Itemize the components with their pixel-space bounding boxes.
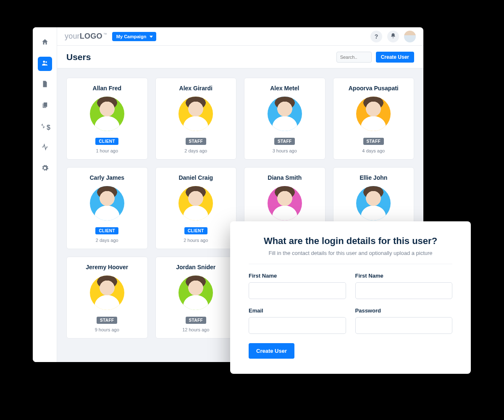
notifications-button[interactable] <box>387 31 399 42</box>
nav-settings[interactable] <box>38 162 52 176</box>
brand-logo: yourLOGO™ <box>65 32 107 41</box>
search-input[interactable] <box>336 52 372 63</box>
role-badge: STAFF <box>186 138 206 145</box>
user-card[interactable]: Alex MetelSTAFF3 hours ago <box>244 78 326 160</box>
user-name: Ellie John <box>337 174 411 181</box>
user-card[interactable]: Jordan SniderSTAFF12 hours ago <box>155 257 237 339</box>
user-card[interactable]: Carly JamesCLIENT2 days ago <box>66 167 148 249</box>
help-button[interactable]: ? <box>370 31 382 42</box>
last-seen: 3 hours ago <box>248 148 322 153</box>
gear-icon <box>41 164 49 173</box>
nav-users[interactable] <box>38 57 52 71</box>
modal-subtitle: Fill in the contact details for this use… <box>249 250 452 264</box>
last-seen: 2 hours ago <box>159 238 233 243</box>
user-name: Alex Metel <box>248 85 322 92</box>
last-seen: 9 hours ago <box>70 327 144 332</box>
role-badge: STAFF <box>97 317 117 324</box>
user-name: Jordan Snider <box>159 264 233 270</box>
user-avatar <box>90 186 124 220</box>
role-badge: CLIENT <box>95 227 118 234</box>
user-card[interactable]: Alex GirardiSTAFF2 days ago <box>155 78 237 160</box>
nav-billing[interactable]: $ <box>38 120 52 134</box>
nav-files[interactable] <box>38 99 52 113</box>
user-avatar <box>178 276 213 310</box>
copy-icon <box>41 101 49 110</box>
first-name-input-a[interactable] <box>249 282 346 299</box>
last-seen: 4 days ago <box>337 148 411 153</box>
page-title: Users <box>66 52 91 62</box>
file-chart-icon <box>41 80 49 89</box>
user-card[interactable]: Jeremy HooverSTAFF9 hours ago <box>66 257 148 339</box>
users-icon <box>41 59 49 68</box>
modal-create-user-button[interactable]: Create User <box>249 343 294 359</box>
user-avatar <box>90 276 124 310</box>
page-header: Users Create User <box>57 46 423 68</box>
modal-title: What are the login details for this user… <box>249 236 452 247</box>
user-name: Apoorva Pusapati <box>337 85 411 92</box>
last-seen: 1 hour ago <box>70 148 144 153</box>
activity-icon <box>41 143 49 152</box>
last-seen: 2 days ago <box>159 148 233 153</box>
topbar: yourLOGO™ My Campaign ? <box>57 27 423 46</box>
user-name: Allan Fred <box>70 85 144 92</box>
question-icon: ? <box>375 33 378 40</box>
home-icon <box>41 38 49 47</box>
role-badge: STAFF <box>274 138 295 145</box>
role-badge: CLIENT <box>95 138 118 145</box>
user-avatar <box>268 97 302 131</box>
user-avatar <box>178 97 213 131</box>
password-label: Password <box>355 307 453 314</box>
user-name: Carly James <box>70 174 144 181</box>
email-input[interactable] <box>249 317 346 334</box>
sidebar: $ <box>33 27 57 362</box>
dollar-icon: $ <box>39 122 50 131</box>
role-badge: STAFF <box>363 138 384 145</box>
first-name-label-a: First Name <box>249 273 346 279</box>
user-avatar <box>268 186 302 220</box>
create-user-button[interactable]: Create User <box>376 52 414 63</box>
user-avatar <box>90 97 124 131</box>
user-card[interactable]: Apoorva PusapatiSTAFF4 days ago <box>333 78 415 160</box>
nav-home[interactable] <box>38 36 52 50</box>
user-card[interactable]: Allan FredCLIENT1 hour ago <box>66 78 148 160</box>
svg-point-1 <box>45 61 47 63</box>
last-seen: 2 days ago <box>70 238 144 243</box>
profile-avatar[interactable] <box>404 31 416 42</box>
nav-report[interactable] <box>38 78 52 92</box>
role-badge: STAFF <box>186 317 206 324</box>
user-avatar <box>356 186 391 220</box>
nav-activity[interactable] <box>38 141 52 155</box>
first-name-label-b: First Name <box>355 273 453 279</box>
svg-point-0 <box>43 61 45 63</box>
user-avatar <box>356 97 391 131</box>
campaign-label: My Campaign <box>116 34 147 39</box>
user-name: Diana Smith <box>248 174 322 181</box>
campaign-dropdown[interactable]: My Campaign <box>112 32 157 41</box>
role-badge: CLIENT <box>184 227 207 234</box>
create-user-modal: What are the login details for this user… <box>230 221 471 374</box>
user-card[interactable]: Daniel CraigCLIENT2 hours ago <box>155 167 237 249</box>
first-name-input-b[interactable] <box>355 282 453 299</box>
last-seen: 12 hours ago <box>159 327 233 332</box>
user-avatar <box>178 186 213 220</box>
user-name: Daniel Craig <box>159 174 233 181</box>
bell-icon <box>390 33 396 40</box>
password-input[interactable] <box>355 317 453 334</box>
user-name: Alex Girardi <box>159 85 233 92</box>
email-label: Email <box>249 307 346 314</box>
user-name: Jeremy Hoover <box>70 264 144 270</box>
